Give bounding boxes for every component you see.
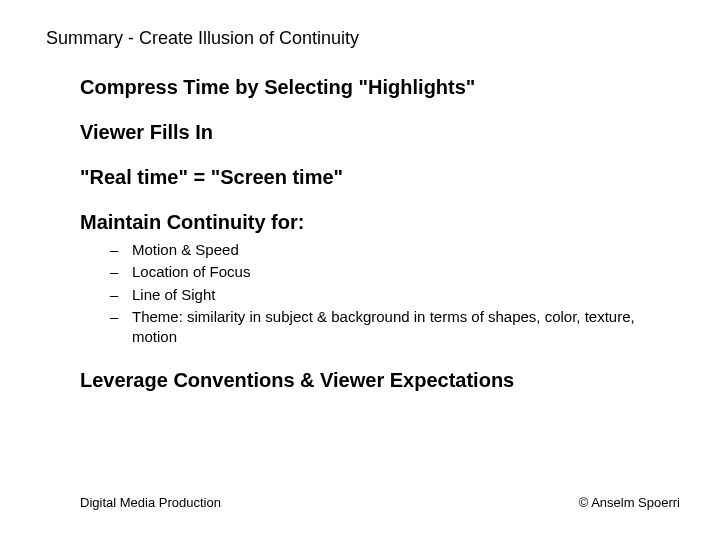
point-viewer-fills-in: Viewer Fills In (80, 121, 680, 144)
bullet-points: Compress Time by Selecting "Highlights" … (80, 70, 680, 398)
list-item: Line of Sight (116, 285, 680, 305)
point-compress-time: Compress Time by Selecting "Highlights" (80, 76, 680, 99)
footer-left: Digital Media Production (80, 495, 221, 510)
point-leverage-conventions: Leverage Conventions & Viewer Expectatio… (80, 369, 680, 392)
list-item: Motion & Speed (116, 240, 680, 260)
list-item: Location of Focus (116, 262, 680, 282)
slide: Summary - Create Illusion of Continuity … (0, 0, 720, 540)
footer-right: © Anselm Spoerri (579, 495, 680, 510)
continuity-sublist: Motion & Speed Location of Focus Line of… (80, 240, 680, 347)
slide-title: Summary - Create Illusion of Continuity (46, 28, 359, 49)
point-real-time: "Real time" = "Screen time" (80, 166, 680, 189)
list-item: Theme: similarity in subject & backgroun… (116, 307, 680, 348)
point-maintain-continuity: Maintain Continuity for: (80, 211, 680, 234)
